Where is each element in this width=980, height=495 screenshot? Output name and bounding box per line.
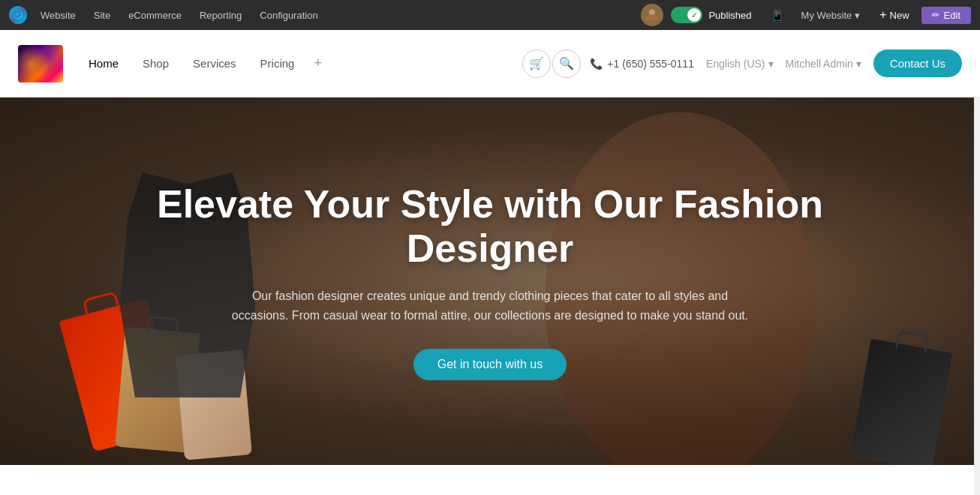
svg-point-0 xyxy=(14,10,23,20)
nav-phone: 📞 +1 (650) 555-0111 xyxy=(590,58,694,70)
add-nav-item-button[interactable]: + xyxy=(308,52,328,74)
nav-links: Home Shop Services Pricing + xyxy=(78,51,328,76)
phone-icon: 📞 xyxy=(590,58,603,70)
chevron-down-icon: ▾ xyxy=(768,58,774,70)
user-menu[interactable]: Mitchell Admin ▾ xyxy=(786,58,861,70)
admin-reporting[interactable]: Reporting xyxy=(192,7,249,24)
admin-ecommerce[interactable]: eCommerce xyxy=(121,7,189,24)
hero-title: Elevate Your Style with Our Fashion Desi… xyxy=(150,182,830,272)
search-icon-button[interactable]: 🔍 xyxy=(552,50,581,78)
nav-shop[interactable]: Shop xyxy=(132,51,179,76)
site-logo[interactable] xyxy=(18,45,63,82)
chevron-down-icon: ▾ xyxy=(855,10,860,21)
cart-icon-button[interactable]: 🛒 xyxy=(522,50,551,78)
scrollbar[interactable] xyxy=(974,30,980,495)
chevron-down-icon: ▾ xyxy=(856,58,861,70)
nav-icons: 🛒 🔍 xyxy=(522,50,581,78)
hero-section: Elevate Your Style with Our Fashion Desi… xyxy=(0,98,980,465)
hero-content: Elevate Your Style with Our Fashion Desi… xyxy=(0,98,980,465)
my-website-button[interactable]: My Website ▾ xyxy=(794,7,868,24)
new-button[interactable]: + New xyxy=(870,5,918,25)
contact-us-button[interactable]: Contact Us xyxy=(873,50,962,77)
admin-website[interactable]: Website xyxy=(33,7,83,24)
mobile-icon[interactable]: 📱 xyxy=(764,5,791,26)
nav-home[interactable]: Home xyxy=(78,51,129,76)
language-selector[interactable]: English (US) ▾ xyxy=(706,58,774,70)
hero-subtitle: Our fashion designer creates unique and … xyxy=(227,286,753,325)
language-label: English (US) xyxy=(706,58,765,70)
published-toggle[interactable]: Published xyxy=(671,7,751,23)
user-label: Mitchell Admin xyxy=(786,58,853,70)
admin-bar: Website Site eCommerce Reporting Configu… xyxy=(0,0,980,30)
avatar[interactable] xyxy=(641,4,663,26)
edit-button[interactable]: ✏ Edit xyxy=(921,7,971,24)
nav-services[interactable]: Services xyxy=(182,51,247,76)
phone-number: +1 (650) 555-0111 xyxy=(607,58,694,70)
odoo-logo[interactable] xyxy=(9,6,27,24)
pencil-icon: ✏ xyxy=(932,10,939,20)
toggle-switch[interactable] xyxy=(671,7,702,23)
admin-configuration[interactable]: Configuration xyxy=(252,7,325,24)
website-navbar: Home Shop Services Pricing + 🛒 🔍 📞 +1 (6… xyxy=(0,30,980,98)
toggle-knob xyxy=(687,8,701,22)
nav-pricing[interactable]: Pricing xyxy=(250,51,305,76)
published-label: Published xyxy=(708,10,751,21)
plus-icon: + xyxy=(879,8,886,22)
admin-site[interactable]: Site xyxy=(86,7,118,24)
hero-cta-button[interactable]: Get in touch with us xyxy=(413,349,567,380)
